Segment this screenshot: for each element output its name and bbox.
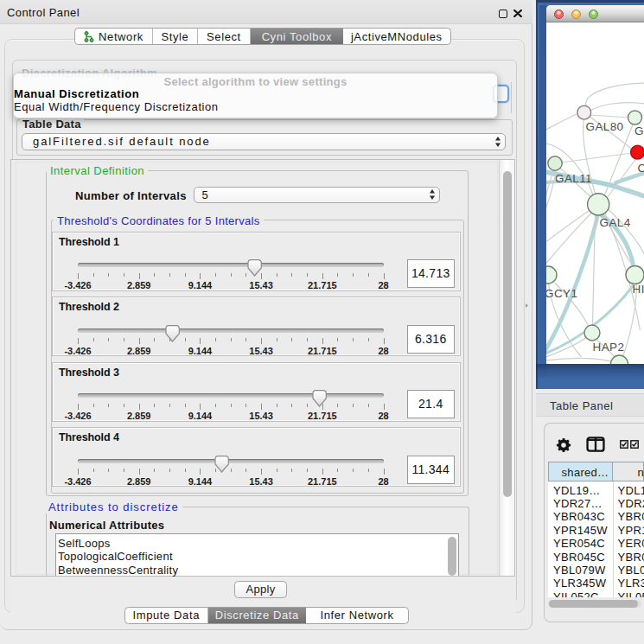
svg-text:GAL80: GAL80	[585, 120, 623, 133]
svg-text:GCY1: GCY1	[546, 287, 577, 300]
svg-text:GA: GA	[634, 124, 644, 137]
svg-text:HAP2: HAP2	[592, 341, 624, 354]
svg-text:HIS: HIS	[632, 283, 644, 296]
svg-text:CY: CY	[637, 162, 644, 175]
svg-text:GAL11: GAL11	[555, 172, 592, 185]
svg-text:GAL4: GAL4	[599, 216, 630, 229]
